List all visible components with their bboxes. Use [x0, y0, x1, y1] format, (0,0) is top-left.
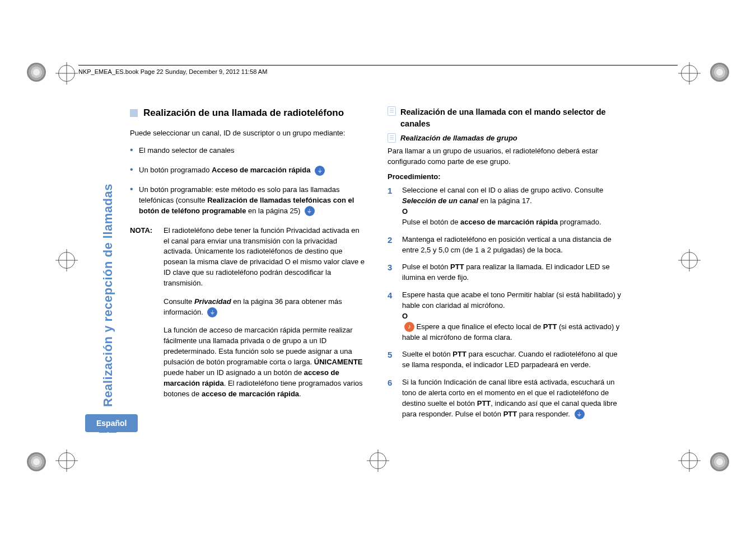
- bullet-programmable: Un botón programable: este método es sol…: [130, 185, 365, 217]
- subsection-subheading: Realización de llamadas de grupo: [388, 133, 623, 144]
- step: Pulse el botón PTT para realizar la llam…: [388, 262, 623, 283]
- ear-icon: ♪: [404, 322, 414, 332]
- right-column: Realización de una llamada con el mando …: [388, 106, 623, 426]
- step: Seleccione el canal con el ID o alias de…: [388, 185, 623, 227]
- intro-text: Para llamar a un grupo de usuarios, el r…: [388, 146, 623, 167]
- step: Suelte el botón PTT para escuchar. Cuand…: [388, 349, 623, 371]
- section-heading-text: Realización de una llamada de radioteléf…: [143, 106, 344, 120]
- note-text: La función de acceso de marcación rápida…: [164, 325, 365, 399]
- procedure-label: Procedimiento:: [388, 172, 441, 181]
- step: Espere hasta que acabe el tono Permitir …: [388, 290, 623, 343]
- printer-mark-sun: [710, 63, 729, 82]
- printer-mark-reg: [58, 252, 75, 269]
- doc-icon: [388, 106, 396, 116]
- side-chapter-title: Realización y recepción de llamadas: [99, 184, 117, 407]
- printer-mark-reg: [58, 65, 75, 82]
- subsection-heading: Realización de una llamada con el mando …: [388, 106, 623, 130]
- antenna-icon: ⏚: [315, 166, 325, 176]
- printer-mark-reg: [681, 252, 698, 269]
- note-text: Consulte Privacidad en la página 36 para…: [164, 297, 365, 318]
- printer-mark-sun: [710, 452, 729, 471]
- antenna-icon: ⏚: [305, 206, 315, 216]
- printer-mark-sun: [27, 452, 46, 471]
- note-block: NOTA: El radioteléfono debe tener la fun…: [130, 226, 365, 400]
- antenna-icon: ⏚: [207, 307, 217, 317]
- header-text: NKP_EMEA_ES.book Page 22 Sunday, Decembe…: [78, 68, 267, 75]
- step: Mantenga el radioteléfono en posición ve…: [388, 235, 623, 256]
- printer-mark-reg: [370, 452, 386, 469]
- printer-mark-reg: [58, 452, 75, 469]
- section-marker-icon: [130, 109, 138, 117]
- section-heading: Realización de una llamada de radioteléf…: [130, 106, 365, 120]
- left-column: Realización de una llamada de radioteléf…: [130, 106, 365, 426]
- bullet-quick-dial: Un botón programado Acceso de marcación …: [130, 165, 365, 176]
- printer-mark-sun: [27, 63, 46, 82]
- page-header-line: NKP_EMEA_ES.book Page 22 Sunday, Decembe…: [78, 65, 678, 77]
- note-label: NOTA:: [130, 226, 164, 400]
- intro-text: Puede seleccionar un canal, ID de suscri…: [130, 128, 365, 139]
- doc-icon: [388, 133, 396, 143]
- note-text: El radioteléfono debe tener la función P…: [164, 226, 365, 289]
- printer-mark-reg: [681, 65, 698, 82]
- antenna-icon: ⏚: [575, 409, 585, 419]
- printer-mark-reg: [681, 452, 698, 469]
- bullet-channel-selector: El mando selector de canales: [130, 146, 365, 156]
- step: Si la función Indicación de canal libre …: [388, 377, 623, 419]
